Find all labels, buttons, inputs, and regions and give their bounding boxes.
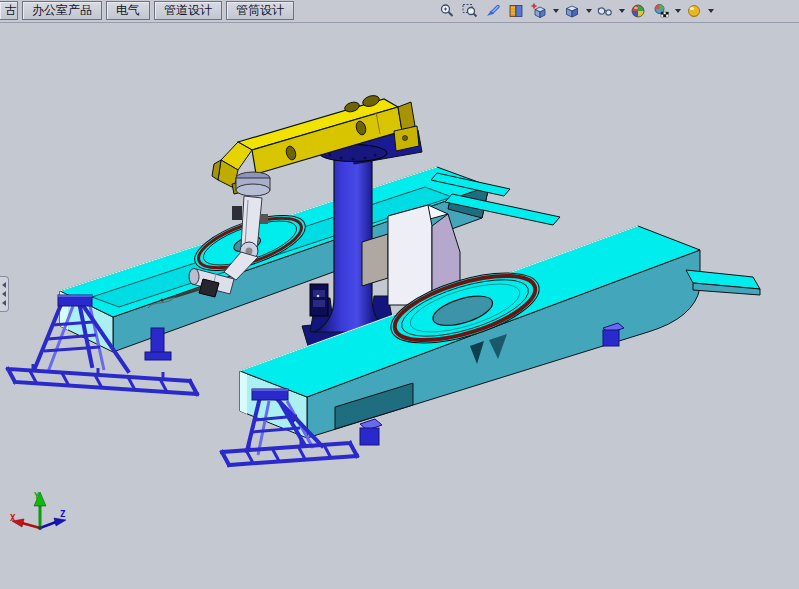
tab-office-products[interactable]: 办公室产品: [22, 1, 102, 20]
previous-view-icon[interactable]: [483, 1, 503, 21]
axis-y-label: Y: [34, 491, 40, 501]
section-view-icon[interactable]: [506, 1, 526, 21]
zoom-to-area-icon[interactable]: [460, 1, 480, 21]
edit-appearance-icon[interactable]: [628, 1, 648, 21]
command-tabs: 古 办公室产品 电气 管道设计 管筒设计: [0, 1, 294, 20]
view-orientation-icon[interactable]: [529, 1, 549, 21]
tab-tubing-design[interactable]: 管筒设计: [226, 1, 294, 20]
viewport-3d[interactable]: X Y Z: [0, 0, 799, 589]
view-settings-dropdown[interactable]: [707, 1, 714, 21]
beam-foot-bracket[interactable]: [360, 419, 382, 445]
orientation-triad: X Y Z: [10, 491, 66, 530]
zoom-to-fit-icon[interactable]: [437, 1, 457, 21]
view-toolbar: [437, 1, 714, 21]
view-orientation-dropdown[interactable]: [552, 1, 559, 21]
hide-show-items-dropdown[interactable]: [618, 1, 625, 21]
axis-x-label: X: [10, 513, 16, 523]
apply-scene-dropdown[interactable]: [674, 1, 681, 21]
axis-z-label: Z: [60, 509, 66, 519]
tan-block[interactable]: [362, 234, 388, 286]
tab-partial[interactable]: 古: [0, 1, 18, 20]
display-style-dropdown[interactable]: [585, 1, 592, 21]
hide-show-items-icon[interactable]: [595, 1, 615, 21]
splitter-arrow-icon: [2, 291, 6, 297]
view-settings-icon[interactable]: [684, 1, 704, 21]
panel-splitter[interactable]: [0, 276, 9, 312]
tab-piping-design[interactable]: 管道设计: [154, 1, 222, 20]
apply-scene-icon[interactable]: [651, 1, 671, 21]
column-motor[interactable]: [310, 284, 328, 316]
tab-electrical[interactable]: 电气: [106, 1, 150, 20]
splitter-arrow-icon: [2, 282, 6, 288]
splitter-arrow-icon: [2, 300, 6, 306]
command-toolbar: 古 办公室产品 电气 管道设计 管筒设计: [0, 0, 799, 23]
display-style-icon[interactable]: [562, 1, 582, 21]
